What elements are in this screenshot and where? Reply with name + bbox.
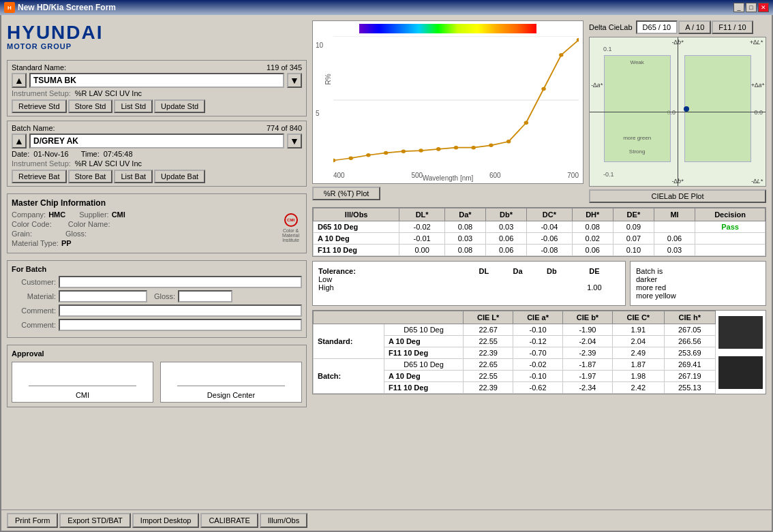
cie-batch-label: Batch: <box>314 359 384 394</box>
plot-button[interactable]: %R (%T) Plot <box>312 187 380 200</box>
close-button[interactable]: ✕ <box>758 3 769 12</box>
batch-desc-line3: more yellow <box>636 292 760 300</box>
strong-label: Strong <box>629 148 646 155</box>
supplier-label: Supplier: <box>79 210 108 219</box>
material-input[interactable] <box>59 290 147 302</box>
tol-high-dl <box>467 283 502 292</box>
cie-bat3-illobs: F11 10 Deg <box>384 382 464 394</box>
cie-col-l: CIE L* <box>463 311 513 324</box>
col-db: Db* <box>486 208 527 221</box>
cielab-neg-l-bottom: -∆L* <box>751 178 763 185</box>
cielab-tab-a10[interactable]: A / 10 <box>678 20 711 34</box>
batch-next-button[interactable]: ▼ <box>287 134 302 148</box>
db-2: 0.06 <box>486 233 527 245</box>
export-std-bat-button[interactable]: Export STD/BAT <box>59 513 130 528</box>
decision-1: Pass <box>695 221 766 233</box>
update-std-button[interactable]: Update Std <box>154 99 205 113</box>
fb-gloss-input[interactable] <box>178 290 232 302</box>
svg-point-6 <box>401 149 406 153</box>
batch-desc-line1: darker <box>636 275 760 283</box>
cie-std2-c: 2.04 <box>613 336 664 347</box>
rainbow-bar <box>359 24 536 33</box>
gloss-label: Gloss: <box>65 230 87 238</box>
customer-label: Customer: <box>12 278 56 286</box>
window-controls: _ □ ✕ <box>733 3 769 12</box>
cie-bat1-b: -1.87 <box>562 359 612 371</box>
std-setup-value: %R LAV SCI UV Inc <box>75 89 142 97</box>
delta-cielab-label: Delta CieLab <box>589 23 633 31</box>
bat-setup-value: %R LAV SCI UV Inc <box>75 159 142 168</box>
y-mid-label: 5 <box>316 110 320 117</box>
batch-time-label: Time: <box>81 150 100 158</box>
cie-std3-a: -0.70 <box>513 347 562 359</box>
cielab-dot <box>684 106 689 112</box>
col-dc: DC* <box>527 208 573 221</box>
master-chip-section: Master Chip Information Company: HMC Sup… <box>7 193 307 253</box>
cie-std1-l: 22.67 <box>463 324 513 336</box>
cielab-de-plot-button[interactable]: CIELab DE Plot <box>589 189 766 203</box>
tol-high-da <box>501 283 534 292</box>
standard-name-input[interactable] <box>29 73 284 88</box>
cie-bat1-c: 1.87 <box>613 359 664 371</box>
store-bat-button[interactable]: Store Bat <box>68 170 113 183</box>
material-type-value: PP <box>61 239 72 247</box>
cie-std1-c: 1.91 <box>613 324 664 336</box>
retrieve-bat-button[interactable]: Retrieve Bat <box>12 170 67 183</box>
list-std-button[interactable]: List Std <box>114 99 153 113</box>
standard-prev-button[interactable]: ▲ <box>12 73 27 88</box>
material-label: Material: <box>12 292 56 300</box>
col-dh: DH* <box>572 208 613 221</box>
cie-bat1-illobs: D65 10 Deg <box>384 359 464 371</box>
fb-gloss-label: Gloss: <box>154 292 175 300</box>
cie-values-table: CIE L* CIE a* CIE b* CIE C* CIE h* Stand… <box>313 311 716 394</box>
col-da: Da* <box>444 208 485 221</box>
standard-next-button[interactable]: ▼ <box>287 73 302 88</box>
minimize-button[interactable]: _ <box>733 3 744 12</box>
for-batch-section: For Batch Customer: Material: Gloss: Com… <box>7 260 307 338</box>
company-value: HMC <box>48 210 65 219</box>
col-illobs: Ill/Obs <box>314 208 399 221</box>
col-de: DE* <box>613 208 654 221</box>
batch-prev-button[interactable]: ▲ <box>12 134 27 148</box>
cie-col-b: CIE b* <box>562 311 612 324</box>
cielab-tab-d65[interactable]: D65 / 10 <box>636 20 678 34</box>
illum-obs-button[interactable]: Illum/Obs <box>260 513 307 528</box>
comment1-input[interactable] <box>59 304 302 317</box>
svg-point-8 <box>436 147 440 151</box>
cie-bat1-a: -0.02 <box>513 359 562 371</box>
dl-1: -0.02 <box>399 221 445 233</box>
update-bat-button[interactable]: Update Bat <box>154 170 205 183</box>
list-bat-button[interactable]: List Bat <box>114 170 153 183</box>
maximize-button[interactable]: □ <box>746 3 757 12</box>
cielab-tab-f11[interactable]: F11 / 10 <box>712 20 753 34</box>
tol-de-value: 1.00 <box>569 283 620 292</box>
cie-bat3-c: 2.42 <box>613 382 664 394</box>
da-3: 0.08 <box>444 245 485 256</box>
batch-name-input[interactable] <box>29 134 284 148</box>
approval-box-design-center: Design Center <box>160 362 302 403</box>
print-form-button[interactable]: Print Form <box>7 513 58 528</box>
retrieve-std-button[interactable]: Retrieve Std <box>12 99 67 113</box>
tol-col-db: Db <box>534 267 569 275</box>
dc-1: -0.04 <box>527 221 573 233</box>
import-desktop-button[interactable]: Import Desktop <box>132 513 200 528</box>
store-std-button[interactable]: Store Std <box>68 99 113 113</box>
table-row: D65 10 Deg -0.02 0.08 0.03 -0.04 0.08 0.… <box>314 221 766 233</box>
cielab-section: Delta CieLab D65 / 10 A / 10 F11 / 10 -∆… <box>589 20 766 203</box>
calibrate-button[interactable]: CALIBRATE <box>200 513 258 528</box>
x-axis-title: Wavelength [nm] <box>423 174 474 182</box>
svg-point-5 <box>384 151 388 155</box>
de-1: 0.09 <box>613 221 654 233</box>
svg-point-10 <box>472 146 476 150</box>
cielab-pos-a-right: +∆a* <box>751 82 764 89</box>
svg-point-3 <box>349 156 353 160</box>
col-decision: Decision <box>695 208 766 221</box>
comment2-input[interactable] <box>59 319 302 331</box>
approval-section: Approval CMI Design Center <box>7 345 307 407</box>
cie-std3-h: 253.69 <box>664 347 715 359</box>
mi-2: 0.06 <box>654 233 695 245</box>
approval-title: Approval <box>12 349 302 358</box>
customer-input[interactable] <box>59 276 302 288</box>
measurements-table: Ill/Obs DL* Da* Db* DC* DH* DE* MI Decis… <box>313 208 766 256</box>
for-batch-title: For Batch <box>12 265 302 273</box>
